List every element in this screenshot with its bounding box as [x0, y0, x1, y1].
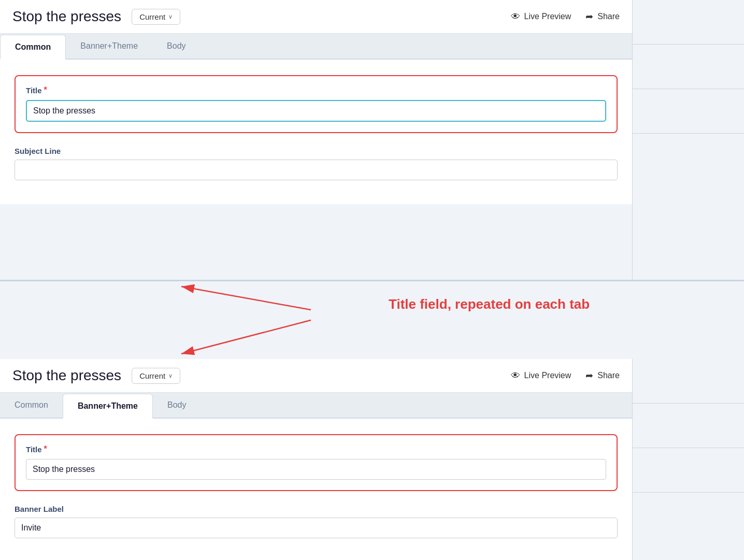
- bottom-panel: Stop the presses Current ∨ 👁 Live Previe…: [0, 359, 744, 560]
- title-field-group-bottom: Title *: [15, 434, 618, 491]
- title-label-bottom: Title *: [26, 444, 606, 454]
- version-dropdown[interactable]: Current ∨: [132, 9, 180, 25]
- bottom-share-button[interactable]: ➦ Share: [585, 370, 620, 381]
- svg-line-2: [181, 286, 311, 310]
- bottom-side-item-2: [633, 404, 744, 448]
- bottom-share-label: Share: [597, 371, 620, 380]
- top-side-item-3: [633, 89, 744, 134]
- bottom-live-preview-button[interactable]: 👁 Live Preview: [511, 370, 571, 381]
- tab-common-bottom[interactable]: Common: [0, 393, 63, 418]
- tab-banner-theme-bottom[interactable]: Banner+Theme: [63, 394, 153, 419]
- bottom-version-label: Current: [139, 371, 165, 380]
- live-preview-button[interactable]: 👁 Live Preview: [511, 11, 571, 22]
- annotation-arrow-svg: [0, 281, 632, 359]
- bottom-side-item-1: [633, 359, 744, 404]
- share-button[interactable]: ➦ Share: [585, 11, 620, 22]
- bottom-header: Stop the presses Current ∨ 👁 Live Previe…: [0, 359, 632, 393]
- banner-label: Banner Label: [15, 505, 618, 513]
- bottom-chevron-down-icon: ∨: [168, 372, 173, 379]
- required-star-top: *: [44, 85, 47, 95]
- tab-body-bottom[interactable]: Body: [153, 393, 201, 418]
- banner-label-group: Banner Label: [15, 505, 618, 538]
- bottom-side-item-3: [633, 448, 744, 493]
- top-tabs-bar: Common Banner+Theme Body: [0, 34, 632, 60]
- title-field-group-top: Title *: [15, 75, 618, 133]
- title-input-top[interactable]: [26, 100, 606, 122]
- bottom-page-title: Stop the presses: [12, 367, 121, 384]
- bottom-header-actions: 👁 Live Preview ➦ Share: [511, 370, 620, 381]
- tab-banner-theme-top[interactable]: Banner+Theme: [66, 34, 152, 59]
- subject-label: Subject Line: [15, 147, 618, 155]
- version-label: Current: [139, 12, 165, 21]
- page-title: Stop the presses: [12, 8, 121, 25]
- bottom-eye-icon: 👁: [511, 370, 520, 381]
- annotation-area: Title field, repeated on each tab: [0, 281, 632, 359]
- svg-line-3: [181, 320, 311, 354]
- chevron-down-icon: ∨: [168, 13, 173, 20]
- top-panel: Stop the presses Current ∨ 👁 Live Previe…: [0, 0, 744, 281]
- header-actions: 👁 Live Preview ➦ Share: [511, 11, 620, 22]
- share-icon: ➦: [585, 11, 593, 22]
- bottom-live-preview-label: Live Preview: [524, 371, 571, 380]
- bottom-side-panel: [632, 359, 744, 560]
- annotation-text: Title field, repeated on each tab: [389, 296, 627, 313]
- required-star-bottom: *: [44, 444, 47, 454]
- top-panel-row: Stop the presses Current ∨ 👁 Live Previe…: [0, 0, 744, 280]
- bottom-share-icon: ➦: [585, 370, 593, 381]
- bottom-content: Title * Banner Label: [0, 419, 632, 560]
- eye-icon: 👁: [511, 11, 520, 22]
- top-side-item-2: [633, 45, 744, 89]
- share-label: Share: [597, 12, 620, 21]
- top-header: Stop the presses Current ∨ 👁 Live Previe…: [0, 0, 632, 34]
- top-side-panel: [632, 0, 744, 280]
- top-side-item-1: [633, 0, 744, 45]
- bottom-version-dropdown[interactable]: Current ∨: [132, 368, 180, 384]
- subject-input[interactable]: [15, 160, 618, 180]
- banner-input[interactable]: [15, 518, 618, 538]
- bottom-panel-main: Stop the presses Current ∨ 👁 Live Previe…: [0, 359, 632, 560]
- top-panel-main: Stop the presses Current ∨ 👁 Live Previe…: [0, 0, 632, 280]
- tab-common-top[interactable]: Common: [0, 35, 66, 60]
- title-input-bottom[interactable]: [26, 459, 606, 480]
- tab-body-top[interactable]: Body: [152, 34, 200, 59]
- live-preview-label: Live Preview: [524, 12, 571, 21]
- bottom-panel-row: Stop the presses Current ∨ 👁 Live Previe…: [0, 359, 744, 560]
- title-label-top: Title *: [26, 85, 606, 95]
- bottom-tabs-bar: Common Banner+Theme Body: [0, 393, 632, 419]
- top-content: Title * Subject Line: [0, 60, 632, 204]
- subject-group-top: Subject Line: [15, 147, 618, 180]
